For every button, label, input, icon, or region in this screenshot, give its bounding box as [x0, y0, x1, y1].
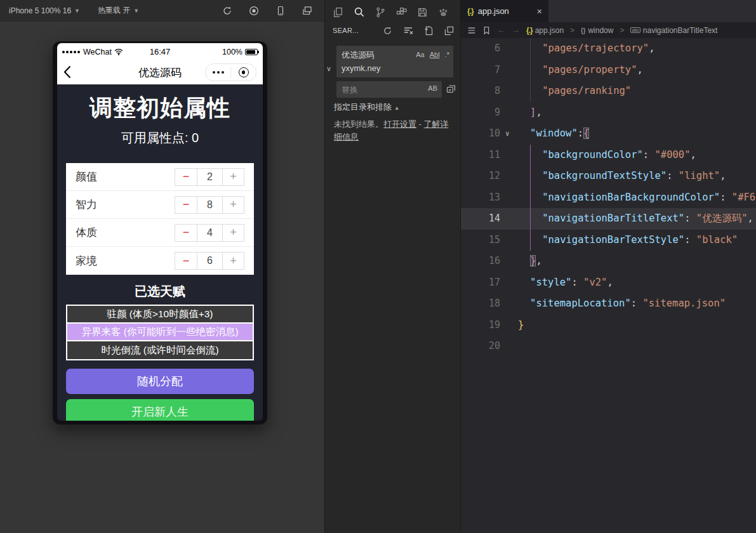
json-file-icon: {.}: [467, 7, 474, 16]
phone-status-bar: WeChat 16:47 100%: [57, 43, 263, 60]
plus-button[interactable]: +: [222, 169, 244, 185]
start-life-button[interactable]: 开启新人生: [66, 399, 254, 421]
code-line[interactable]: 20: [461, 336, 756, 357]
toggle-replace-chevron-icon[interactable]: ∨: [326, 65, 331, 73]
string-key-icon: abc: [630, 27, 640, 33]
code-line[interactable]: 14"navigationBarTitleText": "优选源码",: [461, 208, 756, 230]
no-results-text: 未找到结果。: [334, 119, 383, 129]
line-number: 14: [461, 208, 500, 230]
more-dots-icon[interactable]: [206, 71, 230, 74]
clear-results-icon[interactable]: [403, 25, 413, 36]
attribute-label: 家境: [76, 254, 97, 268]
plus-button[interactable]: +: [222, 197, 244, 213]
code-line[interactable]: 7"pages/property",: [461, 60, 756, 81]
back-chevron-icon[interactable]: [63, 65, 71, 79]
line-number: 12: [461, 166, 500, 187]
minus-button[interactable]: −: [175, 253, 197, 269]
replace-input[interactable]: 替换 AB: [336, 81, 442, 98]
line-number: 18: [461, 293, 500, 315]
tab-app-json[interactable]: {.} app.json ×: [461, 0, 548, 22]
code-line[interactable]: 12"backgroundTextStyle": "light",: [461, 166, 756, 187]
code-line[interactable]: 13"navigationBarBackgroundColor": "#F6F: [461, 187, 756, 209]
nav-back-arrow-icon[interactable]: ←: [497, 25, 505, 35]
replace-placeholder: 替换: [342, 85, 358, 95]
open-settings-link[interactable]: 打开设置: [383, 119, 416, 129]
hot-reload-selector[interactable]: 热重载 开 ▼: [89, 0, 148, 22]
breadcrumb-property[interactable]: abc navigationBarTitleText: [630, 26, 717, 35]
tab-label: app.json: [478, 6, 509, 16]
stepper: −6+: [175, 252, 244, 270]
code-line[interactable]: 15"navigationBarTextStyle": "black": [461, 230, 756, 251]
stepper: −8+: [175, 196, 244, 214]
code-line[interactable]: 19}: [461, 315, 756, 336]
whole-word-toggle[interactable]: Abl: [430, 48, 440, 62]
line-number: 16: [461, 251, 500, 272]
new-search-editor-icon[interactable]: [424, 26, 434, 36]
preserve-case-toggle[interactable]: AB: [428, 84, 437, 92]
code-line[interactable]: 8"pages/ranking": [461, 81, 756, 102]
code-text: }: [518, 315, 524, 336]
simulator-panel: iPhone 5 100% 16 ▼ 热重载 开 ▼ We: [0, 0, 324, 533]
device-selector[interactable]: iPhone 5 100% 16 ▼: [0, 0, 89, 22]
code-text: "pages/trajectory",: [542, 38, 654, 60]
attribute-label: 智力: [76, 197, 97, 212]
windows-icon[interactable]: [302, 5, 313, 16]
random-assign-button[interactable]: 随机分配: [66, 369, 254, 394]
attribute-value: 4: [197, 225, 222, 241]
breadcrumb-file[interactable]: {.} app.json: [526, 26, 564, 35]
code-line[interactable]: 11"backgroundColor": "#000",: [461, 145, 756, 166]
code-line[interactable]: 17"style": "v2",: [461, 272, 756, 294]
code-line[interactable]: 16},: [461, 251, 756, 272]
talent-item[interactable]: 时光倒流 (或许时间会倒流): [67, 341, 253, 359]
code-text: "backgroundColor": "#000",: [542, 145, 696, 166]
save-icon[interactable]: [417, 7, 428, 18]
plus-button[interactable]: +: [222, 253, 244, 269]
refresh-icon[interactable]: [222, 5, 233, 16]
replace-all-icon[interactable]: [446, 84, 456, 94]
close-icon[interactable]: ×: [537, 6, 542, 16]
simulator-toolbar: iPhone 5 100% 16 ▼ 热重载 开 ▼: [0, 0, 324, 22]
minus-button[interactable]: −: [175, 197, 197, 213]
search-query-line2: yxymk.ney: [342, 62, 448, 75]
code-line[interactable]: 9],: [461, 102, 756, 124]
bookmark-icon[interactable]: [482, 26, 491, 35]
phone-icon[interactable]: [275, 5, 286, 16]
extensions-icon[interactable]: [396, 7, 407, 18]
nav-forward-arrow-icon[interactable]: →: [512, 25, 520, 35]
indent-guide: [530, 230, 531, 251]
outline-list-icon[interactable]: [467, 26, 476, 35]
talent-item[interactable]: 驻颜 (体质>10时颜值+3): [67, 306, 253, 324]
code-editor[interactable]: 6"pages/trajectory",7"pages/property",8"…: [461, 38, 756, 390]
breadcrumb-property-label: navigationBarTitleText: [643, 26, 718, 35]
collapse-icon[interactable]: [444, 26, 454, 36]
search-input[interactable]: 优选源码 yxymk.ney Aa Abl .*: [336, 46, 453, 77]
breadcrumb-separator: >: [620, 26, 624, 35]
git-branch-icon[interactable]: [375, 7, 386, 18]
code-line[interactable]: 6"pages/trajectory",: [461, 38, 756, 60]
code-line[interactable]: 18"sitemapLocation": "sitemap.json": [461, 293, 756, 315]
match-case-toggle[interactable]: Aa: [416, 48, 424, 62]
minus-button[interactable]: −: [175, 169, 197, 185]
line-number: 19: [461, 315, 500, 336]
code-text: "pages/ranking": [542, 81, 631, 102]
device-selector-label: iPhone 5 100% 16: [9, 6, 71, 15]
attribute-value: 6: [197, 253, 222, 269]
refresh-icon[interactable]: [383, 26, 392, 36]
fold-chevron-icon[interactable]: ∨: [505, 123, 510, 145]
talent-item[interactable]: 异界来客 (你可能听到一些绝密消息): [67, 324, 253, 341]
attribute-row: 智力−8+: [66, 191, 254, 219]
search-icon[interactable]: [354, 6, 365, 18]
files-icon[interactable]: [333, 7, 343, 18]
search-panel-header: SEAR...: [325, 23, 460, 39]
record-icon[interactable]: [248, 5, 260, 16]
close-target-icon[interactable]: [231, 67, 256, 77]
plus-button[interactable]: +: [222, 225, 244, 241]
code-line[interactable]: 10∨"window":{: [461, 123, 756, 145]
battery-icon: [245, 49, 258, 55]
paw-icon[interactable]: [438, 7, 449, 18]
indent-guide: [530, 208, 531, 230]
minus-button[interactable]: −: [175, 225, 197, 241]
breadcrumb-window[interactable]: {} window: [581, 26, 613, 35]
search-details-toggle[interactable]: 指定目录和排除 ▲: [334, 102, 400, 113]
regex-toggle[interactable]: .*: [445, 48, 449, 62]
